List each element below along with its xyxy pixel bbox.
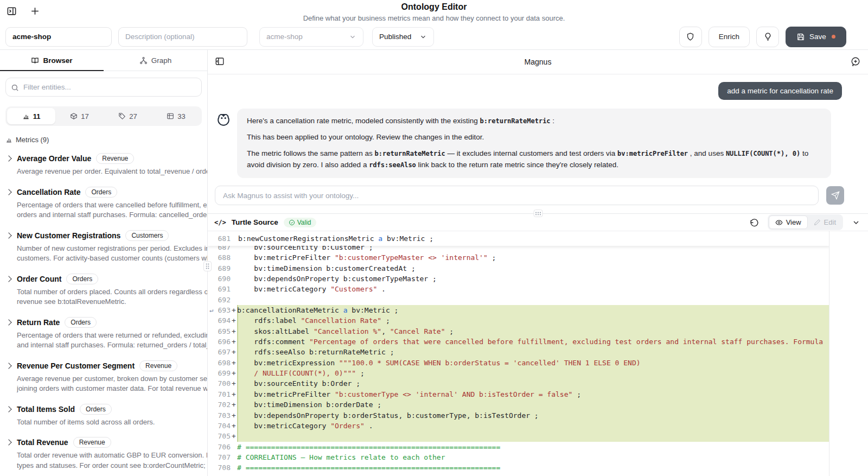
segment-tables[interactable]: 33 [152,108,200,124]
metric-item[interactable]: Average Order ValueRevenueAverage revenu… [0,145,207,179]
segment-tags[interactable]: 27 [104,108,152,124]
undo-button[interactable] [750,218,759,227]
new-chat-icon[interactable] [851,56,860,66]
revert-change-icon[interactable]: ↵ [209,305,213,315]
tab-browser[interactable]: Browser [0,50,104,71]
diff-added-marker [231,295,237,305]
assistant-header: Magnus [208,50,868,74]
filter-wrap [0,71,207,101]
chevron-right-icon[interactable] [5,276,11,282]
panel-collapse-icon[interactable] [215,56,225,66]
assistant-message: Here's a cancellation rate metric, model… [237,109,831,178]
send-button[interactable] [826,186,844,205]
chat-input-row [208,182,868,213]
diff-added-marker [231,274,237,284]
chevron-right-icon[interactable] [5,232,11,238]
metric-item[interactable]: Revenue Per Customer SegmentRevenueAvera… [0,352,207,396]
panel-resize-handle[interactable] [533,210,542,217]
assistant-paragraph: This has been applied to your ontology. … [247,132,821,143]
metric-item[interactable]: Total Items SoldOrdersTotal number of it… [0,396,207,429]
bar-chart-icon [22,112,30,120]
metric-item[interactable]: Cancellation RateOrdersPercentage of ord… [0,179,207,222]
metric-item[interactable]: Order CountOrdersTotal number of orders … [0,265,207,309]
ask-magnus-input[interactable] [215,186,819,205]
tab-graph[interactable]: Graph [104,50,207,71]
code-line: 695+ skos:altLabel "Cancellation %", "Ca… [208,326,829,337]
code-line: 697+ rdfs:seeAlso b:returnRateMetric ; [208,347,829,357]
metric-item[interactable]: New Customer RegistrationsCustomersNumbe… [0,222,207,265]
line-number: 697 [208,347,231,357]
diff-added-marker: + [231,305,237,315]
code-line: 704+ bv:metricCategory "Orders" . [208,421,829,431]
metric-description: Total number of items sold across all or… [17,417,207,428]
line-number: 709 [208,473,231,476]
line-number: 699 [208,368,231,378]
panel-open-icon[interactable] [7,6,17,16]
assistant-paragraph: Here's a cancellation rate metric, model… [247,116,821,127]
metric-item[interactable]: Unique CustomersCustomersNumber of disti… [0,472,207,476]
metric-name: Total Items Sold [17,405,75,414]
metric-item[interactable]: Total RevenueRevenueTotal order revenue … [0,429,207,472]
datasource-select-value: acme-shop [266,33,303,41]
metric-item[interactable]: Return RateOrdersPercentage of orders th… [0,309,207,352]
undo-icon [750,218,759,227]
chevron-right-icon[interactable] [5,189,11,195]
metrics-section-header: Metrics (9) [0,128,207,145]
collapse-editor-button[interactable] [852,218,860,227]
chat-messages: add a metric for cancellation rate Here'… [208,74,868,182]
metric-description: Average revenue per order. Equivalent to… [17,167,207,177]
segment-metrics[interactable]: 11 [7,108,55,124]
save-button[interactable]: Save [786,27,846,47]
shield-icon [686,32,695,41]
metrics-section-title: Metrics (9) [16,136,49,144]
segment-entities[interactable]: 17 [55,108,104,124]
diff-added-marker: + [231,431,237,441]
code-editor[interactable]: 681b:newCustomerRegistrationsMetric a bv… [208,231,868,476]
metric-description: Percentage of orders that were returned … [17,331,207,351]
chevron-right-icon[interactable] [5,439,11,445]
diff-added-marker [231,452,237,462]
grip-dots-icon [535,212,541,215]
chevron-right-icon[interactable] [5,406,11,412]
check-circle-icon [289,219,295,226]
code-line: 694+ rdfs:label "Cancellation Rate" ; [208,315,829,326]
plus-icon[interactable] [30,6,40,16]
assistant-title: Magnus [525,58,552,66]
page-title: Ontology Editor [0,2,868,12]
code-line: 700+ bv:sourceEntity b:Order ; [208,378,829,389]
edit-toggle-button[interactable]: Edit [808,216,842,229]
panel-divider [208,213,868,214]
description-input[interactable] [118,27,247,47]
line-number: 708 [208,462,231,473]
view-toggle-button[interactable]: View [769,215,808,229]
chevron-right-icon[interactable] [5,319,11,325]
chevron-right-icon[interactable] [5,363,11,369]
bar-chart-icon [5,136,12,143]
ontology-name-input[interactable] [5,27,112,47]
line-number: 695 [208,326,231,337]
suggestions-button[interactable] [756,27,779,47]
book-icon [31,56,39,65]
filter-entities-input[interactable] [5,78,202,97]
sidebar-resize-handle[interactable] [203,261,212,271]
enrich-button[interactable]: Enrich [709,27,750,47]
status-select[interactable]: Published [372,27,434,47]
line-number: 691 [208,284,231,294]
toolbar: acme-shop Published Enrich Save [0,27,868,50]
metric-description: Total order revenue with automatic GBP t… [17,450,207,471]
chevron-right-icon[interactable] [5,155,11,161]
metric-name: Total Revenue [17,438,68,447]
metric-name: Cancellation Rate [17,188,80,196]
diff-added-marker: + [231,326,237,337]
metric-category-badge: Orders [80,404,112,415]
chevron-down-icon [349,33,356,41]
diff-added-marker [231,284,237,294]
shield-button[interactable] [679,27,702,47]
valid-status-badge: Valid [284,218,316,227]
code-line: 703+ bv:dependsOnProperty b:orderStatus,… [208,410,829,421]
code-line: 709 [208,473,829,476]
diff-added-marker: + [231,347,237,357]
datasource-select[interactable]: acme-shop [259,27,363,47]
segment-tables-count: 33 [177,112,185,120]
code-line: 688 bv:metricPreFilter "b:customerTypeMa… [208,252,829,263]
